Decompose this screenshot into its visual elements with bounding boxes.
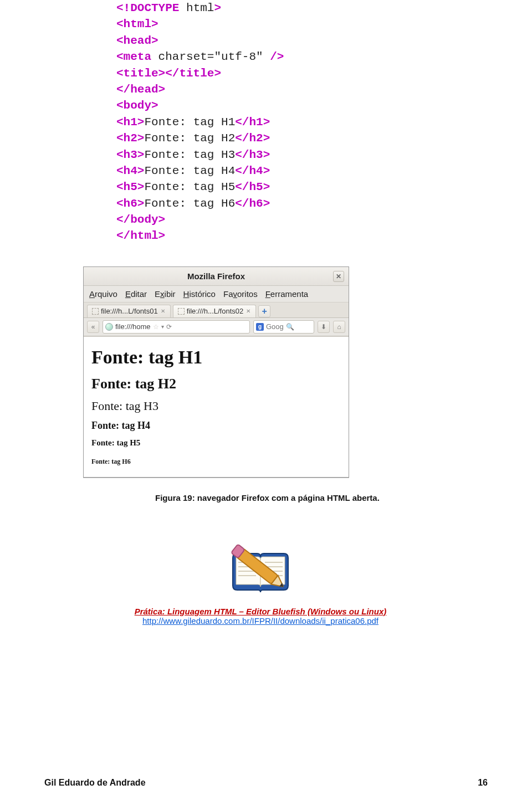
url-text: file:///home xyxy=(115,322,151,331)
practice-block: Prática: Linguagem HTML – Editor Bluefis… xyxy=(44,607,477,625)
bookmark-star-icon[interactable]: ☆ xyxy=(153,323,159,331)
heading-h3: Fonte: tag H3 xyxy=(91,399,341,413)
heading-h5: Fonte: tag H5 xyxy=(91,438,341,448)
menu-item[interactable]: Exibir xyxy=(155,289,176,299)
browser-viewport: Fonte: tag H1 Fonte: tag H2 Fonte: tag H… xyxy=(84,336,349,477)
search-placeholder: Goog xyxy=(266,322,284,331)
heading-h4: Fonte: tag H4 xyxy=(91,420,341,432)
menu-item[interactable]: Favoritos xyxy=(223,289,258,299)
reload-icon[interactable]: ⟳ xyxy=(166,323,172,331)
browser-titlebar: Mozilla Firefox ✕ xyxy=(84,267,349,286)
browser-tab[interactable]: file:///h...L/fonts02✕ xyxy=(173,305,257,317)
browser-navbar: « file:///home ☆ ▾ ⟳ g Goog 🔍 ⬇ ⌂ xyxy=(84,318,349,336)
menu-item[interactable]: Histórico xyxy=(183,289,216,299)
tab-label: file:///h...L/fonts01 xyxy=(101,307,158,315)
footer-page: 16 xyxy=(478,778,488,788)
tab-label: file:///h...L/fonts02 xyxy=(187,307,244,315)
heading-h2: Fonte: tag H2 xyxy=(91,376,341,392)
code-block: <!DOCTYPE html><html><head><meta charset… xyxy=(116,0,477,244)
globe-icon xyxy=(105,323,113,331)
google-icon: g xyxy=(256,323,264,331)
figure-caption: Figura 19: navegador Firefox com a págin… xyxy=(155,493,477,502)
file-icon xyxy=(92,308,99,315)
downloads-button[interactable]: ⬇ xyxy=(318,321,330,333)
practice-link[interactable]: http://www.gileduardo.com.br/IFPR/II/dow… xyxy=(142,616,378,625)
browser-title: Mozilla Firefox xyxy=(187,271,245,281)
heading-h1: Fonte: tag H1 xyxy=(91,347,341,368)
url-bar[interactable]: file:///home ☆ ▾ ⟳ xyxy=(103,320,250,334)
book-icon xyxy=(227,547,294,597)
tab-close-icon[interactable]: ✕ xyxy=(245,309,251,314)
menu-item[interactable]: Arquivo xyxy=(89,289,117,299)
search-box[interactable]: g Goog 🔍 xyxy=(253,320,314,334)
close-button[interactable]: ✕ xyxy=(333,271,344,282)
browser-window: Mozilla Firefox ✕ ArquivoEditarExibirHis… xyxy=(83,266,349,478)
tab-close-icon[interactable]: ✕ xyxy=(160,309,166,314)
magnifier-icon[interactable]: 🔍 xyxy=(286,323,294,331)
home-button[interactable]: ⌂ xyxy=(333,321,345,333)
new-tab-button[interactable]: + xyxy=(258,305,270,317)
heading-h6: Fonte: tag H6 xyxy=(91,458,341,466)
practice-title: Prática: Linguagem HTML – Editor Bluefis… xyxy=(44,607,477,616)
page-footer: Gil Eduardo de Andrade 16 xyxy=(44,778,488,788)
menu-item[interactable]: Ferramenta xyxy=(265,289,309,299)
back-button[interactable]: « xyxy=(87,321,99,333)
browser-menubar: ArquivoEditarExibirHistóricoFavoritosFer… xyxy=(84,286,349,302)
file-icon xyxy=(178,308,185,315)
browser-tabbar: file:///h...L/fonts01✕file:///h...L/font… xyxy=(84,302,349,318)
browser-tab[interactable]: file:///h...L/fonts01✕ xyxy=(87,305,171,317)
dropdown-icon[interactable]: ▾ xyxy=(161,324,164,330)
svg-rect-8 xyxy=(236,548,278,584)
menu-item[interactable]: Editar xyxy=(125,289,147,299)
footer-author: Gil Eduardo de Andrade xyxy=(44,778,146,788)
